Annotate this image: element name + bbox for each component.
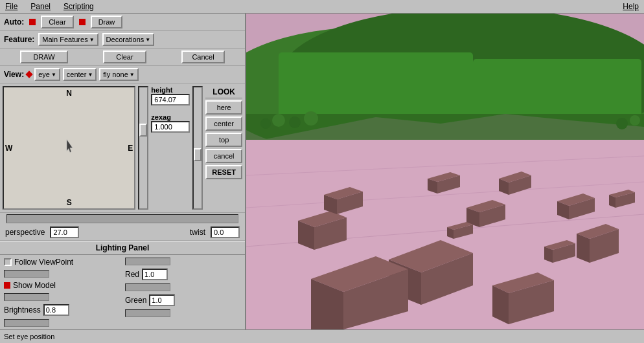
- action-row: DRAW Clear Cancel: [0, 49, 245, 66]
- zexag-label: zexag: [151, 113, 171, 121]
- show-model-row: Show Model: [4, 281, 120, 290]
- main-features-dropdown[interactable]: Main Features ▼: [38, 33, 98, 46]
- nav-area[interactable]: N S E W: [3, 86, 135, 210]
- look-here-button[interactable]: here: [205, 100, 242, 115]
- green-value-row: Green: [125, 294, 241, 306]
- svg-point-52: [272, 114, 285, 127]
- feature-label: Feature:: [4, 35, 34, 44]
- zexag-group: zexag: [151, 113, 190, 133]
- persp-label: perspective: [5, 228, 45, 237]
- center-dropdown[interactable]: center ▼: [63, 68, 97, 81]
- clear-button[interactable]: Clear: [41, 16, 73, 28]
- statusbar: Set eye position: [0, 329, 644, 342]
- svg-point-55: [616, 118, 628, 129]
- lighting-left: Follow ViewPoint Show Model: [4, 258, 120, 327]
- follow-viewport-slider-row: [4, 270, 120, 278]
- horizontal-slider[interactable]: [6, 214, 238, 223]
- show-model-slider-row: [4, 293, 120, 301]
- clear-indicator: [29, 19, 36, 25]
- red-slider[interactable]: [125, 258, 170, 265]
- follow-viewport-label: Follow ViewPoint: [14, 258, 73, 267]
- draw-indicator: [79, 19, 86, 25]
- cancel-button[interactable]: Cancel: [181, 50, 224, 63]
- look-center-button[interactable]: center: [205, 116, 242, 131]
- 3d-view[interactable]: [246, 14, 644, 329]
- fly-arrow: ▼: [130, 72, 135, 78]
- vertical-slider[interactable]: [138, 86, 148, 210]
- draw-action-button[interactable]: DRAW: [20, 50, 67, 63]
- height-label: height: [151, 86, 172, 94]
- fields-column: height zexag: [151, 86, 190, 210]
- compass-cursor: [63, 138, 76, 158]
- menu-scripting[interactable]: Scripting: [61, 1, 97, 12]
- hslider-row: [0, 212, 245, 225]
- svg-point-51: [260, 118, 271, 129]
- svg-point-53: [289, 116, 301, 128]
- center-arrow: ▼: [87, 72, 93, 78]
- main-container: Auto: Clear Draw Feature: Main Features …: [0, 14, 644, 329]
- menu-help[interactable]: Help: [620, 1, 641, 12]
- lighting-right: Red Green: [125, 258, 241, 327]
- brightness-input[interactable]: [43, 304, 69, 316]
- feature-row: Feature: Main Features ▼ Decorations ▼: [0, 31, 245, 49]
- red-label: Red: [125, 270, 139, 279]
- view-label: View:: [4, 70, 24, 79]
- brightness-slider-row: [4, 319, 120, 327]
- look-panel: LOOK here center top cancel RESET: [205, 86, 242, 210]
- follow-viewport-checkbox[interactable]: [4, 258, 12, 266]
- status-text: Set eye position: [4, 333, 54, 340]
- auto-row: Auto: Clear Draw: [0, 14, 245, 31]
- follow-viewport-slider[interactable]: [4, 270, 49, 278]
- show-model-indicator: [4, 282, 10, 289]
- fly-dropdown[interactable]: fly none ▼: [99, 68, 138, 81]
- 3d-scene: [246, 14, 644, 329]
- lighting-panel: Lighting Panel Follow ViewPoint: [0, 241, 245, 329]
- brightness-slider[interactable]: [4, 319, 49, 327]
- main-features-arrow: ▼: [89, 37, 95, 43]
- compass-S: S: [67, 198, 72, 207]
- svg-point-54: [304, 111, 318, 126]
- red-value-row: Red: [125, 269, 241, 280]
- look-title: LOOK: [205, 86, 242, 98]
- auto-label: Auto:: [4, 17, 24, 27]
- brightness-label: Brightness: [4, 305, 41, 315]
- decorations-dropdown[interactable]: Decorations ▼: [102, 33, 155, 46]
- menubar: File Panel Scripting Help: [0, 0, 644, 14]
- look-cancel-button[interactable]: cancel: [205, 149, 242, 163]
- red-input[interactable]: [142, 269, 168, 280]
- decorations-arrow: ▼: [145, 37, 150, 43]
- blue-row: [125, 309, 241, 317]
- twist-label: twist: [190, 228, 205, 237]
- persp-row: perspective twist: [0, 225, 245, 241]
- menu-file[interactable]: File: [3, 1, 20, 12]
- green-input[interactable]: [149, 294, 175, 306]
- left-panel: Auto: Clear Draw Feature: Main Features …: [0, 14, 246, 329]
- height-input[interactable]: [151, 94, 190, 105]
- svg-point-56: [630, 115, 640, 126]
- blue-slider[interactable]: [125, 309, 170, 317]
- persp-input[interactable]: [50, 227, 79, 238]
- clear-action-button[interactable]: Clear: [103, 50, 146, 63]
- compass-W: W: [5, 144, 12, 153]
- compass-N: N: [66, 89, 72, 98]
- look-reset-button[interactable]: RESET: [205, 165, 242, 179]
- green-label: Green: [125, 296, 146, 305]
- vertical-slider-2[interactable]: [192, 86, 203, 210]
- twist-input[interactable]: [211, 227, 240, 238]
- draw-button[interactable]: Draw: [91, 16, 123, 28]
- eye-arrow: ▼: [51, 72, 56, 78]
- menu-panel[interactable]: Panel: [28, 1, 53, 12]
- look-top-button[interactable]: top: [205, 133, 242, 147]
- zexag-input[interactable]: [151, 121, 190, 133]
- green-row: [125, 283, 241, 291]
- lighting-content: Follow ViewPoint Show Model: [0, 255, 245, 329]
- show-model-label: Show Model: [13, 281, 56, 290]
- green-slider[interactable]: [125, 283, 170, 291]
- view-row: View: eye ▼ center ▼ fly none ▼: [0, 66, 245, 83]
- height-group: height: [151, 86, 190, 105]
- show-model-slider[interactable]: [4, 293, 49, 301]
- compass-E: E: [128, 144, 133, 153]
- brightness-row: Brightness: [4, 304, 120, 316]
- eye-dropdown[interactable]: eye ▼: [34, 68, 60, 81]
- follow-viewport-row: Follow ViewPoint: [4, 258, 120, 267]
